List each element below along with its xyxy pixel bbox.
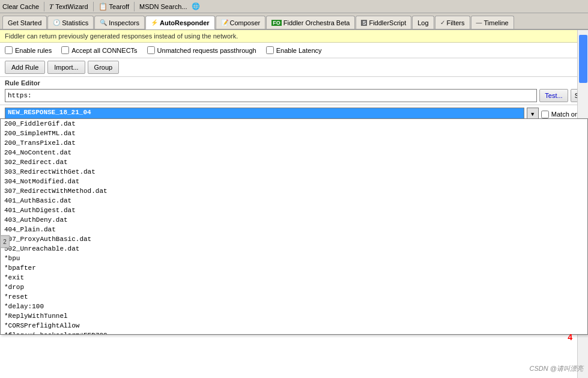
- dropdown-list-item[interactable]: 407_ProxyAuthBasic.dat: [1, 234, 587, 244]
- tearoff-icon: 📋: [99, 2, 108, 11]
- rule-editor-label: Rule Editor: [5, 79, 583, 87]
- msdn-search-label: MSDN Search...: [139, 3, 187, 10]
- dropdown-list-item[interactable]: *delay:100: [1, 302, 587, 311]
- accept-connects-label: Accept all CONNECTs: [71, 47, 137, 54]
- dropdown-list-item[interactable]: 200_FiddlerGif.dat: [1, 119, 587, 129]
- dropdown-list-item[interactable]: *bpu: [1, 254, 587, 263]
- dropdown-list-item[interactable]: *bpafter: [1, 263, 587, 273]
- dropdown-list-item[interactable]: 200_TransPixel.dat: [1, 138, 587, 148]
- dropdown-list-item[interactable]: 200_SimpleHTML.dat: [1, 129, 587, 138]
- accept-all-connects-option[interactable]: Accept all CONNECTs: [61, 46, 137, 54]
- msdn-search-button[interactable]: MSDN Search...: [139, 3, 187, 10]
- tab-timeline[interactable]: — Timeline: [471, 16, 514, 29]
- web-icon: 🌐: [192, 2, 200, 10]
- separator-1: [44, 2, 44, 11]
- timeline-icon: —: [476, 19, 482, 26]
- tab-timeline-label: Timeline: [484, 19, 509, 26]
- tab-filters-label: Filters: [447, 19, 465, 26]
- tab-inspectors-label: Inspectors: [109, 19, 139, 26]
- text-wizard-label: TextWizard: [55, 3, 88, 10]
- group-button[interactable]: Group: [88, 61, 120, 74]
- side-number: 2: [0, 236, 10, 248]
- dropdown-list-item[interactable]: 304_NotModified.dat: [1, 177, 587, 186]
- tab-composer[interactable]: 📝 Composer: [216, 16, 266, 29]
- tab-composer-label: Composer: [230, 19, 261, 26]
- unmatched-passthrough-option[interactable]: Unmatched requests passthrough: [147, 46, 256, 54]
- dropdown-list-item[interactable]: 401_AuthBasic.dat: [1, 196, 587, 206]
- fiddler-script-badge: S: [361, 20, 367, 26]
- tab-autoresponder-label: AutoResponder: [160, 19, 210, 26]
- dropdown-list-item[interactable]: 401_AuthDigest.dat: [1, 206, 587, 215]
- composer-icon: 📝: [221, 19, 228, 26]
- dropdown-list-item[interactable]: 502_Unreachable.dat: [1, 244, 587, 254]
- tearoff-button[interactable]: 📋 Tearoff: [99, 2, 129, 11]
- watermark: CSDN @请叫漂亮: [530, 364, 583, 373]
- web-button[interactable]: 🌐: [192, 2, 200, 10]
- dropdown-list-item[interactable]: *exit: [1, 273, 587, 282]
- tab-fiddler-script-label: FiddlerScript: [369, 19, 406, 26]
- tab-fiddler-orchestra-label: Fiddler Orchestra Beta: [283, 19, 350, 26]
- tab-statistics[interactable]: 🕐 Statistics: [47, 16, 94, 29]
- accept-connects-checkbox[interactable]: [61, 46, 69, 54]
- tab-log-label: Log: [417, 19, 428, 26]
- clear-cache-label: Clear Cache: [2, 3, 39, 10]
- rule-editor-row: Test... S: [5, 89, 583, 102]
- test-button[interactable]: Test...: [539, 89, 568, 102]
- text-wizard-icon: 𝑇: [49, 2, 53, 11]
- text-wizard-button[interactable]: 𝑇 TextWizard: [49, 2, 88, 11]
- enable-latency-label: Enable Latency: [276, 47, 322, 54]
- clear-cache-button[interactable]: Clear Cache: [2, 3, 39, 10]
- separator-2: [93, 2, 94, 11]
- url-input[interactable]: [5, 89, 537, 102]
- tab-bar: Get Started 🕐 Statistics 🔍 Inspectors ⚡ …: [0, 13, 588, 30]
- unmatched-passthrough-label: Unmatched requests passthrough: [157, 47, 256, 54]
- top-toolbar: Clear Cache 𝑇 TextWizard 📋 Tearoff MSDN …: [0, 0, 588, 13]
- dropdown-list-item[interactable]: 307_RedirectWithMethod.dat: [1, 186, 587, 196]
- dropdown-list-item[interactable]: 404_Plain.dat: [1, 225, 587, 234]
- tab-autoresponder[interactable]: ⚡ AutoResponder: [145, 16, 215, 29]
- dropdown-list[interactable]: 200_FiddlerGif.dat200_SimpleHTML.dat200_…: [0, 118, 588, 335]
- tab-log[interactable]: Log: [412, 16, 434, 29]
- import-button[interactable]: Import...: [47, 61, 85, 74]
- match-only-checkbox[interactable]: [541, 111, 549, 118]
- add-rule-button[interactable]: Add Rule: [5, 61, 45, 74]
- badge-4: 4: [568, 332, 572, 342]
- separator-3: [134, 2, 135, 11]
- enable-rules-checkbox[interactable]: [5, 46, 13, 54]
- dropdown-list-item[interactable]: 403_AuthDeny.dat: [1, 215, 587, 225]
- fiddler-orchestra-badge: FO: [271, 20, 282, 26]
- button-bar: Add Rule Import... Group: [0, 58, 588, 77]
- tab-statistics-label: Statistics: [62, 19, 88, 26]
- inspectors-icon: 🔍: [100, 19, 107, 26]
- dropdown-list-item[interactable]: *CORSPreflightAllow: [1, 321, 587, 331]
- main-content: Fiddler can return previously generated …: [0, 30, 588, 378]
- tab-fiddler-script[interactable]: S FiddlerScript: [356, 16, 411, 29]
- statistics-icon: 🕐: [53, 19, 60, 26]
- enable-rules-label: Enable rules: [15, 47, 52, 54]
- dropdown-list-item[interactable]: 302_Redirect.dat: [1, 157, 587, 167]
- enable-latency-checkbox[interactable]: [266, 46, 274, 54]
- dropdown-list-item[interactable]: 204_NoContent.dat: [1, 148, 587, 157]
- tab-get-started[interactable]: Get Started: [2, 16, 47, 29]
- scrollbar-thumb: [579, 35, 587, 83]
- dropdown-list-item[interactable]: *flag:ui-backcolor=#FFD700: [1, 331, 587, 335]
- tab-inspectors[interactable]: 🔍 Inspectors: [94, 16, 145, 29]
- autoresponder-icon: ⚡: [151, 19, 158, 26]
- info-bar-text: Fiddler can return previously generated …: [5, 32, 238, 40]
- enable-latency-option[interactable]: Enable Latency: [266, 46, 322, 54]
- tab-filters[interactable]: ✓ Filters: [435, 16, 470, 29]
- rule-editor-section: Rule Editor Test... S: [0, 77, 588, 105]
- tab-get-started-label: Get Started: [8, 19, 41, 26]
- enable-rules-option[interactable]: Enable rules: [5, 46, 52, 54]
- options-bar: Enable rules Accept all CONNECTs Unmatch…: [0, 43, 588, 58]
- info-bar: Fiddler can return previously generated …: [0, 30, 588, 43]
- filters-icon: ✓: [440, 19, 445, 26]
- dropdown-list-item[interactable]: 303_RedirectWithGet.dat: [1, 167, 587, 177]
- unmatched-passthrough-checkbox[interactable]: [147, 46, 155, 54]
- dropdown-list-item[interactable]: *reset: [1, 292, 587, 302]
- dropdown-list-item[interactable]: *drop: [1, 282, 587, 292]
- tab-fiddler-orchestra[interactable]: FO Fiddler Orchestra Beta: [266, 16, 355, 29]
- tearoff-label: Tearoff: [109, 3, 129, 10]
- dropdown-list-item[interactable]: *ReplyWithTunnel: [1, 311, 587, 321]
